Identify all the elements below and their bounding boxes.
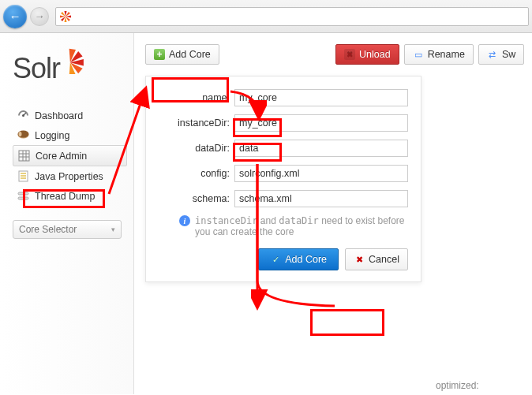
status-optimized: optimized: — [436, 380, 479, 391]
hint-text: i instanceDir and dataDir need to exist … — [159, 215, 408, 237]
browser-toolbar: ← → — [0, 0, 532, 33]
swap-button[interactable]: ⇄ Sw — [478, 44, 524, 65]
sidebar-item-dashboard[interactable]: Dashboard — [13, 106, 127, 125]
rename-icon: ▭ — [413, 49, 424, 60]
arrow-right-icon: → — [35, 10, 45, 22]
chevron-down-icon: ▾ — [111, 225, 115, 233]
button-label: Add Core — [285, 254, 327, 265]
check-icon: ✓ — [270, 254, 281, 265]
svg-rect-14 — [18, 192, 28, 195]
button-label: Add Core — [169, 49, 211, 60]
sidebar-item-java-properties[interactable]: Java Properties — [13, 166, 127, 186]
instancedir-label: instanceDir: — [159, 117, 230, 129]
core-selector-label: Core Selector — [19, 224, 77, 235]
logo-text: Solr — [13, 52, 60, 85]
x-icon: ✖ — [344, 49, 355, 60]
solr-logo-icon — [58, 47, 85, 74]
config-label: config: — [159, 168, 230, 179]
core-admin-icon — [18, 150, 30, 162]
name-label: name: — [159, 92, 230, 103]
config-input[interactable] — [234, 165, 408, 182]
sidebar-item-label: Java Properties — [35, 171, 103, 182]
svg-line-1 — [24, 113, 27, 116]
rename-button[interactable]: ▭ Rename — [404, 44, 474, 65]
sidebar-item-label: Core Admin — [36, 151, 87, 162]
sidebar-item-label: Logging — [35, 130, 70, 141]
button-label: Sw — [502, 49, 515, 60]
toolbar: + Add Core ✖ Unload ▭ Rename ⇄ Sw — [145, 44, 532, 65]
name-input[interactable] — [234, 89, 408, 106]
sidebar-item-logging[interactable]: Logging — [13, 125, 127, 145]
add-core-button[interactable]: + Add Core — [145, 44, 219, 65]
arrow-left-icon: ← — [9, 9, 21, 23]
back-button[interactable]: ← — [3, 5, 27, 28]
add-core-form: name: instanceDir: dataDir: config: sche… — [145, 76, 421, 282]
button-label: Unload — [359, 49, 391, 60]
submit-add-core-button[interactable]: ✓ Add Core — [258, 248, 339, 270]
x-icon: ✖ — [354, 254, 365, 265]
solr-icon — [59, 10, 72, 23]
forward-button[interactable]: → — [30, 7, 49, 26]
swap-icon: ⇄ — [487, 49, 498, 60]
sidebar: Solr Dashboard Logging — [0, 33, 134, 394]
schema-label: schema: — [159, 193, 230, 204]
datadir-label: dataDir: — [159, 143, 230, 154]
java-properties-icon — [17, 170, 29, 182]
svg-rect-5 — [19, 151, 29, 161]
core-selector-dropdown[interactable]: Core Selector ▾ — [13, 220, 122, 239]
logging-icon — [17, 129, 29, 141]
logo: Solr — [13, 47, 127, 85]
svg-rect-15 — [18, 197, 28, 199]
sidebar-item-thread-dump[interactable]: Thread Dump — [13, 186, 127, 206]
sidebar-item-label: Dashboard — [35, 110, 83, 121]
instancedir-input[interactable] — [234, 114, 408, 132]
sidebar-item-label: Thread Dump — [35, 191, 95, 202]
schema-input[interactable] — [234, 190, 408, 207]
svg-point-4 — [19, 132, 22, 136]
info-icon: i — [179, 215, 190, 226]
dashboard-icon — [17, 110, 29, 121]
unload-button[interactable]: ✖ Unload — [335, 44, 399, 65]
url-bar[interactable] — [55, 7, 529, 26]
cancel-button[interactable]: ✖ Cancel — [345, 248, 408, 270]
button-label: Cancel — [369, 254, 399, 265]
button-label: Rename — [428, 49, 465, 60]
thread-dump-icon — [17, 190, 29, 202]
sidebar-item-core-admin[interactable]: Core Admin — [13, 145, 127, 166]
main-content: + Add Core ✖ Unload ▭ Rename ⇄ Sw — [134, 33, 532, 394]
status-panel: optimized: current: — [436, 380, 479, 395]
plus-icon: + — [154, 49, 165, 60]
datadir-input[interactable] — [234, 140, 408, 157]
